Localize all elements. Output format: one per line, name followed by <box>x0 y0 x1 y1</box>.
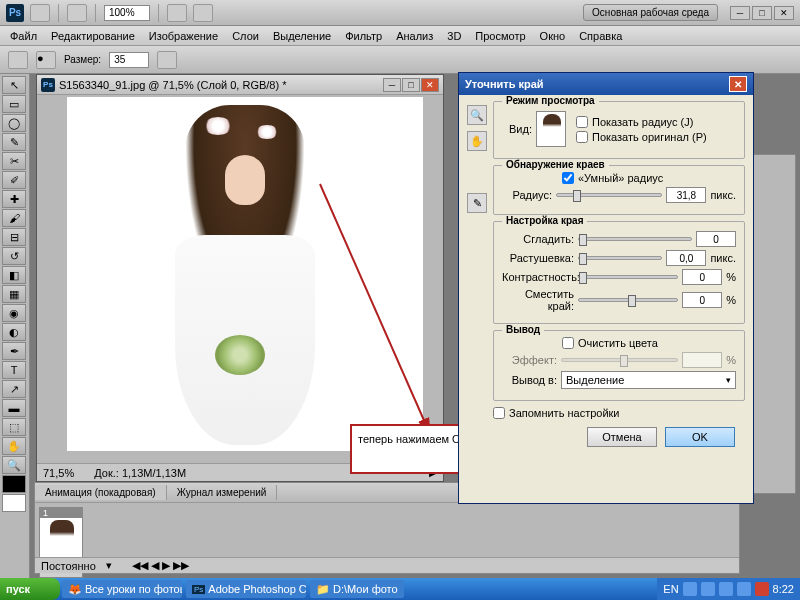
maximize-button[interactable]: □ <box>752 6 772 20</box>
smart-radius-checkbox[interactable] <box>562 172 574 184</box>
smooth-input[interactable] <box>696 231 736 247</box>
remember-checkbox[interactable] <box>493 407 505 419</box>
view-extras-button[interactable] <box>67 4 87 22</box>
menu-layer[interactable]: Слои <box>226 28 265 44</box>
bg-color[interactable] <box>2 494 26 512</box>
document-window: Ps S1563340_91.jpg @ 71,5% (Слой 0, RGB/… <box>36 74 444 482</box>
task-item-1[interactable]: 🦊Все уроки по фотош... <box>62 580 182 598</box>
cancel-button[interactable]: Отмена <box>587 427 657 447</box>
doc-close[interactable]: ✕ <box>421 78 439 92</box>
task-item-3[interactable]: 📁D:\Мои фото <box>310 580 404 598</box>
zoom-tool-icon[interactable]: 🔍 <box>467 105 487 125</box>
history-brush-tool[interactable]: ↺ <box>2 247 26 265</box>
path-tool[interactable]: ↗ <box>2 380 26 398</box>
feather-slider[interactable] <box>578 256 662 260</box>
arrange-button[interactable] <box>167 4 187 22</box>
tray-icon[interactable] <box>683 582 697 596</box>
shift-slider[interactable] <box>578 298 678 302</box>
brush-preset[interactable]: ● <box>36 51 56 69</box>
contrast-input[interactable] <box>682 269 722 285</box>
lasso-tool[interactable]: ◯ <box>2 114 26 132</box>
doc-maximize[interactable]: □ <box>402 78 420 92</box>
radius-slider[interactable] <box>556 193 662 197</box>
size-input[interactable] <box>109 52 149 68</box>
menu-select[interactable]: Выделение <box>267 28 337 44</box>
tray-icon[interactable] <box>719 582 733 596</box>
output-to-label: Вывод в: <box>502 374 557 386</box>
eyedropper-tool[interactable]: ✐ <box>2 171 26 189</box>
smooth-slider[interactable] <box>578 237 692 241</box>
menu-3d[interactable]: 3D <box>441 28 467 44</box>
dialog-close[interactable]: ✕ <box>729 76 747 92</box>
minimize-button[interactable]: ─ <box>730 6 750 20</box>
view-thumb[interactable] <box>536 111 566 147</box>
marquee-tool[interactable]: ▭ <box>2 95 26 113</box>
menu-filter[interactable]: Фильтр <box>339 28 388 44</box>
task-item-2[interactable]: PsAdobe Photoshop CS... <box>186 580 306 598</box>
output-select[interactable]: Выделение▾ <box>561 371 736 389</box>
doc-minimize[interactable]: ─ <box>383 78 401 92</box>
system-tray[interactable]: EN 8:22 <box>657 578 800 600</box>
feather-input[interactable] <box>666 250 706 266</box>
close-button[interactable]: ✕ <box>774 6 794 20</box>
refine-brush-icon[interactable]: ✎ <box>467 193 487 213</box>
hand-tool[interactable]: ✋ <box>2 437 26 455</box>
decontaminate-checkbox[interactable] <box>562 337 574 349</box>
tab-log[interactable]: Журнал измерений <box>167 485 278 500</box>
dialog-titlebar[interactable]: Уточнить край ✕ <box>459 73 753 95</box>
dodge-tool[interactable]: ◐ <box>2 323 26 341</box>
show-radius-checkbox[interactable] <box>576 116 588 128</box>
contrast-slider[interactable] <box>578 275 678 279</box>
menu-help[interactable]: Справка <box>573 28 628 44</box>
type-tool[interactable]: T <box>2 361 26 379</box>
shape-tool[interactable]: ▬ <box>2 399 26 417</box>
loop-select[interactable]: Постоянно <box>41 560 96 572</box>
blur-tool[interactable]: ◉ <box>2 304 26 322</box>
start-button[interactable]: пуск <box>0 578 60 600</box>
tray-icon[interactable] <box>737 582 751 596</box>
tray-icon[interactable] <box>701 582 715 596</box>
workspace-switcher[interactable]: Основная рабочая среда <box>583 4 718 21</box>
3d-tool[interactable]: ⬚ <box>2 418 26 436</box>
menu-view[interactable]: Просмотр <box>469 28 531 44</box>
brush-panel-button[interactable] <box>157 51 177 69</box>
eraser-tool[interactable]: ◧ <box>2 266 26 284</box>
output-group: Вывод Очистить цвета Эффект:% Вывод в:Вы… <box>493 330 745 401</box>
dialog-title: Уточнить край <box>465 78 544 90</box>
bridge-button[interactable] <box>30 4 50 22</box>
menu-image[interactable]: Изображение <box>143 28 224 44</box>
move-tool[interactable]: ↖ <box>2 76 26 94</box>
zoom-input[interactable]: 100% <box>104 5 150 21</box>
show-original-checkbox[interactable] <box>576 131 588 143</box>
fg-color[interactable] <box>2 475 26 493</box>
menu-file[interactable]: Файл <box>4 28 43 44</box>
crop-tool[interactable]: ✂ <box>2 152 26 170</box>
document-titlebar[interactable]: Ps S1563340_91.jpg @ 71,5% (Слой 0, RGB/… <box>37 75 443 95</box>
menu-edit[interactable]: Редактирование <box>45 28 141 44</box>
menu-window[interactable]: Окно <box>534 28 572 44</box>
radius-input[interactable] <box>666 187 706 203</box>
doc-zoom[interactable]: 71,5% <box>43 467 74 479</box>
brush-tool[interactable]: 🖌 <box>2 209 26 227</box>
stamp-tool[interactable]: ⊟ <box>2 228 26 246</box>
tab-animation[interactable]: Анимация (покадровая) <box>35 485 167 500</box>
gradient-tool[interactable]: ▦ <box>2 285 26 303</box>
canvas[interactable] <box>67 97 423 451</box>
ok-button[interactable]: OK <box>665 427 735 447</box>
right-panels-collapsed[interactable] <box>748 154 796 494</box>
zoom-tool[interactable]: 🔍 <box>2 456 26 474</box>
hand-tool-icon[interactable]: ✋ <box>467 131 487 151</box>
menu-analysis[interactable]: Анализ <box>390 28 439 44</box>
heal-tool[interactable]: ✚ <box>2 190 26 208</box>
shift-label: Сместить край: <box>502 288 574 312</box>
smart-radius-label: «Умный» радиус <box>578 172 663 184</box>
clock[interactable]: 8:22 <box>773 583 794 595</box>
lang-indicator[interactable]: EN <box>663 583 678 595</box>
tool-preset[interactable] <box>8 51 28 69</box>
pen-tool[interactable]: ✒ <box>2 342 26 360</box>
tray-icon-av[interactable] <box>755 582 769 596</box>
screen-mode-button[interactable] <box>193 4 213 22</box>
quick-select-tool[interactable]: ✎ <box>2 133 26 151</box>
shift-input[interactable] <box>682 292 722 308</box>
tools-panel: ↖ ▭ ◯ ✎ ✂ ✐ ✚ 🖌 ⊟ ↺ ◧ ▦ ◉ ◐ ✒ T ↗ ▬ ⬚ ✋ … <box>0 74 30 578</box>
